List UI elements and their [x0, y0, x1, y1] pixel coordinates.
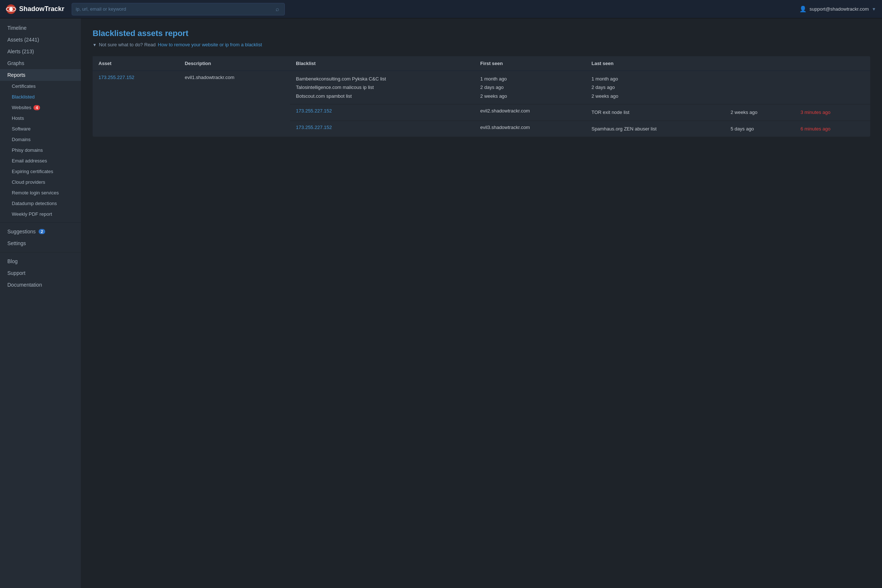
info-triangle-icon: ▼	[93, 43, 97, 47]
col-asset: Asset	[93, 56, 179, 71]
cell-asset: 173.255.227.152	[290, 104, 474, 120]
cell-asset: 173.255.227.152	[93, 71, 179, 137]
search-bar: ⌕	[72, 3, 285, 15]
cell-first-seen: 2 weeks ago	[725, 104, 795, 120]
sidebar-sub-label-domains: Domains	[12, 137, 30, 142]
svg-point-2	[9, 8, 13, 11]
websites-badge: 4	[33, 105, 40, 110]
col-last-seen: Last seen	[585, 56, 725, 71]
sidebar-item-support[interactable]: Support	[0, 267, 81, 279]
table-row: 173.255.227.152evil1.shadowtrackr.comBam…	[93, 71, 870, 104]
sidebar-sub-weekly-pdf[interactable]: Weekly PDF report	[0, 209, 81, 219]
layout: Timeline Assets (2441) Alerts (213) Grap…	[0, 18, 882, 588]
blacklist-entry: Talosintelligence.com malicous ip list	[296, 83, 468, 92]
blacklist-entry: Botscout.com spambot list	[296, 92, 468, 100]
search-button[interactable]: ⌕	[274, 6, 281, 12]
sidebar-sub-datadump[interactable]: Datadump detections	[0, 198, 81, 209]
sidebar-label-settings: Settings	[8, 240, 26, 246]
sidebar-sub-hosts[interactable]: Hosts	[0, 113, 81, 123]
cell-first-seen: 5 days ago	[725, 120, 795, 137]
sidebar-sub-label-software: Software	[12, 126, 30, 132]
page-title: Blacklisted assets report	[93, 28, 870, 38]
info-link[interactable]: How to remove your website or ip from a …	[158, 42, 262, 47]
cell-description: evil3.shadowtrackr.com	[474, 120, 586, 137]
cell-last-seen: 3 minutes ago	[795, 104, 870, 120]
cell-blacklist: Spamhaus.org ZEN abuser list	[585, 120, 725, 137]
asset-link[interactable]: 173.255.227.152	[99, 75, 135, 80]
sidebar-sub-label-hosts: Hosts	[12, 116, 24, 121]
sidebar-sub-domains[interactable]: Domains	[0, 134, 81, 145]
cell-blacklist: TOR exit node list	[585, 104, 725, 120]
sidebar-item-suggestions[interactable]: Suggestions 2	[0, 226, 81, 237]
blacklist-entry: TOR exit node list	[591, 108, 719, 117]
blacklist-entry: Bambenekconsulting.com Pykska C&C list	[296, 75, 468, 83]
sidebar-sub-expiring-certs[interactable]: Expiring certificates	[0, 166, 81, 177]
logo-icon	[6, 4, 16, 14]
sidebar-sub-phishy-domains[interactable]: Phisy domains	[0, 145, 81, 156]
cell-blacklist: Bambenekconsulting.com Pykska C&C listTa…	[290, 71, 474, 104]
sidebar-item-settings[interactable]: Settings	[0, 237, 81, 249]
last-seen-entry: 6 minutes ago	[800, 124, 864, 133]
sidebar-sub-email-addresses[interactable]: Email addresses	[0, 156, 81, 166]
sidebar-sub-label-blacklisted: Blacklisted	[12, 94, 34, 100]
sidebar-label-blog: Blog	[8, 258, 18, 264]
sidebar-label-graphs: Graphs	[8, 60, 24, 66]
sidebar-sub-websites[interactable]: Websites 4	[0, 102, 81, 113]
user-dropdown-arrow[interactable]: ▼	[872, 7, 876, 12]
sidebar-sub-label-remote: Remote login services	[12, 190, 59, 195]
first-seen-entry: 2 days ago	[480, 83, 580, 92]
sidebar-sub-label-datadump: Datadump detections	[12, 201, 57, 206]
sidebar-label-timeline: Timeline	[8, 25, 27, 31]
last-seen-entry: 3 minutes ago	[800, 108, 864, 117]
sidebar-item-documentation[interactable]: Documentation	[0, 279, 81, 291]
sidebar-sub-label-websites: Websites	[12, 105, 31, 110]
cell-asset: 173.255.227.152	[290, 120, 474, 137]
table-header-row: Asset Description Blacklist First seen L…	[93, 56, 870, 71]
col-description: Description	[179, 56, 290, 71]
cell-last-seen: 6 minutes ago	[795, 120, 870, 137]
sidebar-item-alerts[interactable]: Alerts (213)	[0, 46, 81, 57]
last-seen-entry: 2 days ago	[591, 83, 719, 92]
report-table: Asset Description Blacklist First seen L…	[93, 56, 870, 137]
sidebar-item-assets[interactable]: Assets (2441)	[0, 34, 81, 46]
sidebar-item-graphs[interactable]: Graphs	[0, 57, 81, 69]
sidebar-sub-label-phishy: Phisy domains	[12, 147, 43, 153]
sidebar-sub-label-cloud: Cloud providers	[12, 179, 45, 185]
sidebar-item-reports[interactable]: Reports	[0, 69, 81, 81]
first-seen-entry: 2 weeks ago	[730, 108, 789, 117]
sidebar-sub-label-weekly: Weekly PDF report	[12, 212, 52, 217]
asset-link[interactable]: 173.255.227.152	[296, 124, 332, 130]
asset-link[interactable]: 173.255.227.152	[296, 108, 332, 114]
table-header: Asset Description Blacklist First seen L…	[93, 56, 870, 71]
sidebar-label-alerts: Alerts (213)	[8, 48, 34, 54]
first-seen-entry: 1 month ago	[480, 75, 580, 83]
sidebar-sub-software[interactable]: Software	[0, 123, 81, 134]
sidebar-sub-certificates[interactable]: Certificates	[0, 81, 81, 92]
cell-description: evil2.shadowtrackr.com	[474, 104, 586, 120]
blacklist-entry: Spamhaus.org ZEN abuser list	[591, 124, 719, 133]
sidebar-divider-1	[0, 222, 81, 223]
sidebar-sub-blacklisted[interactable]: Blacklisted	[0, 92, 81, 102]
sidebar-divider-2	[0, 252, 81, 252]
header: ShadowTrackr ⌕ 👤 support@shadowtrackr.co…	[0, 0, 882, 18]
sidebar-item-blog[interactable]: Blog	[0, 255, 81, 267]
search-input[interactable]	[76, 6, 274, 12]
sidebar-sub-cloud[interactable]: Cloud providers	[0, 177, 81, 188]
last-seen-entry: 2 weeks ago	[591, 92, 719, 100]
header-right: 👤 support@shadowtrackr.com ▼	[800, 6, 876, 12]
logo-text: ShadowTrackr	[19, 5, 64, 13]
sidebar-sub-remote-login[interactable]: Remote login services	[0, 188, 81, 198]
sidebar-label-suggestions: Suggestions	[8, 229, 36, 234]
sidebar-sub-label-certificates: Certificates	[12, 83, 36, 89]
sidebar-item-timeline[interactable]: Timeline	[0, 22, 81, 34]
user-email: support@shadowtrackr.com	[810, 6, 869, 12]
info-text: Not sure what to do? Read	[99, 42, 156, 47]
user-icon: 👤	[800, 6, 807, 12]
first-seen-entry: 5 days ago	[730, 124, 789, 133]
sidebar-label-assets: Assets (2441)	[8, 37, 39, 43]
logo[interactable]: ShadowTrackr	[6, 4, 64, 14]
cell-description: evil1.shadowtrackr.com	[179, 71, 290, 137]
table-body: 173.255.227.152evil1.shadowtrackr.comBam…	[93, 71, 870, 137]
col-blacklist: Blacklist	[290, 56, 474, 71]
first-seen-entry: 2 weeks ago	[480, 92, 580, 100]
